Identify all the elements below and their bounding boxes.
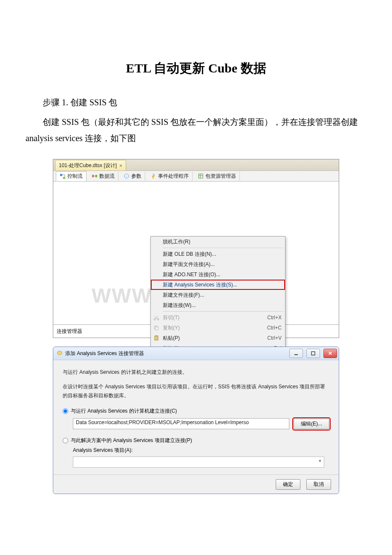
menu-label: 新建 ADO.NET 连接(O)... — [163, 271, 220, 278]
explorer-icon — [198, 173, 204, 179]
svg-rect-9 — [156, 327, 158, 330]
document-tab-strip: 101-处理Cube.dtsx [设计] × — [53, 159, 339, 171]
designer-tabs: 控制流 数据流 参数 事件处理程序 — [53, 171, 339, 182]
menu-new-connection[interactable]: 新建连接(W)... — [151, 300, 285, 310]
menu-label: 新建连接(W)... — [163, 302, 196, 309]
shortcut: Ctrl+X — [267, 315, 282, 321]
menu-label: 粘贴(P) — [163, 335, 180, 342]
dialog-description-1: 与运行 Analysis Services 的计算机之间建立新的连接。 — [63, 368, 329, 376]
tab-package-explorer[interactable]: 包资源管理器 — [194, 172, 240, 181]
cut-icon — [153, 315, 159, 321]
menu-new-adonet[interactable]: 新建 ADO.NET 连接(O)... — [151, 269, 285, 280]
menu-label: 复制(Y) — [163, 324, 180, 332]
event-icon — [150, 173, 156, 179]
dialog-titlebar[interactable]: 添加 Analysis Services 连接管理器 ✕ — [53, 347, 339, 360]
svg-rect-3 — [95, 175, 97, 177]
close-icon[interactable]: × — [119, 163, 122, 169]
tab-data-flow[interactable]: 数据流 — [88, 172, 118, 181]
svg-rect-10 — [155, 336, 158, 340]
menu-cut: 剪切(T) Ctrl+X — [151, 312, 285, 323]
menu-new-flatfile[interactable]: 新建平面文件连接(A)... — [151, 259, 285, 269]
radio-option-project[interactable]: 与此解决方案中的 Analysis Services 项目建立连接(P) — [63, 437, 329, 444]
radio-label: 与此解决方案中的 Analysis Services 项目建立连接(P) — [71, 437, 192, 444]
svg-rect-5 — [199, 174, 203, 178]
radio-option-computer[interactable]: 与运行 Analysis Services 的计算机建立连接(C) — [63, 408, 329, 415]
dialog-button-row: 确定 取消 — [53, 474, 339, 494]
radio-input[interactable] — [63, 438, 68, 443]
dialog-icon — [57, 350, 63, 357]
tab-parameters[interactable]: 参数 — [120, 172, 145, 181]
parameters-icon — [124, 173, 130, 179]
tab-label: 参数 — [131, 173, 141, 180]
step-heading: 步骤 1. 创建 SSIS 包 — [26, 94, 366, 110]
shortcut: Ctrl+C — [267, 325, 282, 331]
radio-label: 与运行 Analysis Services 的计算机建立连接(C) — [71, 408, 177, 415]
connection-string-field[interactable]: Data Source=localhost;PROVIDER=MSOLAP;Im… — [73, 418, 289, 429]
radio-input[interactable] — [63, 408, 68, 414]
dialog-body: 与运行 Analysis Services 的计算机之间建立新的连接。 在设计时… — [53, 360, 339, 474]
ok-button[interactable]: 确定 — [276, 479, 300, 490]
page-title: ETL 自动更新 Cube 数据 — [26, 60, 366, 77]
tab-event-handlers[interactable]: 事件处理程序 — [147, 172, 193, 181]
document-tab[interactable]: 101-处理Cube.dtsx [设计] × — [55, 160, 126, 171]
menu-new-analysis-services[interactable]: 新建 Analysis Services 连接(S)... — [151, 280, 285, 290]
cancel-button[interactable]: 取消 — [306, 479, 331, 490]
edit-button[interactable]: 编辑(E)... — [294, 419, 329, 429]
data-flow-icon — [92, 173, 98, 179]
document-tab-label: 101-处理Cube.dtsx [设计] — [59, 162, 117, 169]
menu-label: 新建 Analysis Services 连接(S)... — [163, 281, 237, 289]
menu-new-file[interactable]: 新建文件连接(F)... — [151, 290, 285, 300]
tab-label: 包资源管理器 — [205, 173, 236, 180]
tab-control-flow[interactable]: 控制流 — [56, 171, 86, 181]
tab-label: 数据流 — [99, 173, 115, 180]
svg-rect-0 — [60, 174, 62, 176]
menu-separator — [163, 311, 283, 312]
control-flow-icon — [60, 173, 66, 179]
menu-label: 新建 OLE DB 连接(N)... — [163, 251, 216, 258]
paragraph: 创建 SSIS 包（最好和其它的 SSIS 包放在一个解决方案里面），并在连接管… — [26, 114, 366, 146]
close-button[interactable]: ✕ — [323, 349, 337, 358]
menu-label: 新建平面文件连接(A)... — [163, 261, 215, 268]
dialog-title: 添加 Analysis Services 连接管理器 — [65, 350, 144, 357]
connection-string-row: Data Source=localhost;PROVIDER=MSOLAP;Im… — [73, 418, 329, 429]
ssis-designer-screenshot: 101-处理Cube.dtsx [设计] × 控制流 数据流 — [53, 159, 339, 338]
menu-separator — [163, 248, 283, 248]
add-as-connection-dialog: 添加 Analysis Services 连接管理器 ✕ 与运行 Analysi… — [53, 347, 339, 494]
menu-label: 新建文件连接(F)... — [163, 292, 204, 299]
menu-label: 脱机工作(R) — [163, 238, 190, 246]
menu-new-oledb[interactable]: 新建 OLE DB 连接(N)... — [151, 249, 285, 259]
menu-label: 剪切(T) — [163, 314, 179, 321]
svg-rect-11 — [156, 335, 157, 336]
copy-icon — [153, 325, 159, 331]
designer-canvas[interactable]: WWW. 脱机工作(R) 新建 OLE DB 连接(N)... 新建平面文件连接… — [53, 182, 339, 324]
watermark-text: WWW. — [92, 284, 158, 307]
menu-copy: 复制(Y) Ctrl+C — [151, 323, 285, 333]
maximize-button[interactable] — [306, 349, 320, 358]
dialog-description-2: 在设计时连接某个 Analysis Services 项目以引用该项目。在运行时… — [63, 382, 329, 400]
project-dropdown[interactable] — [73, 457, 324, 468]
tab-label: 事件处理程序 — [158, 173, 189, 180]
menu-paste[interactable]: 粘贴(P) Ctrl+V — [151, 333, 285, 343]
project-label: Analysis Services 项目(A): — [73, 447, 329, 454]
tab-label: 控制流 — [67, 173, 83, 180]
svg-rect-14 — [311, 352, 315, 355]
paste-icon — [153, 335, 159, 341]
minimize-button[interactable] — [289, 349, 303, 358]
shortcut: Ctrl+V — [267, 335, 282, 341]
svg-rect-1 — [63, 177, 65, 179]
svg-rect-2 — [92, 175, 94, 177]
panel-label: 连接管理器 — [57, 328, 82, 335]
menu-offline[interactable]: 脱机工作(R) — [151, 237, 285, 247]
